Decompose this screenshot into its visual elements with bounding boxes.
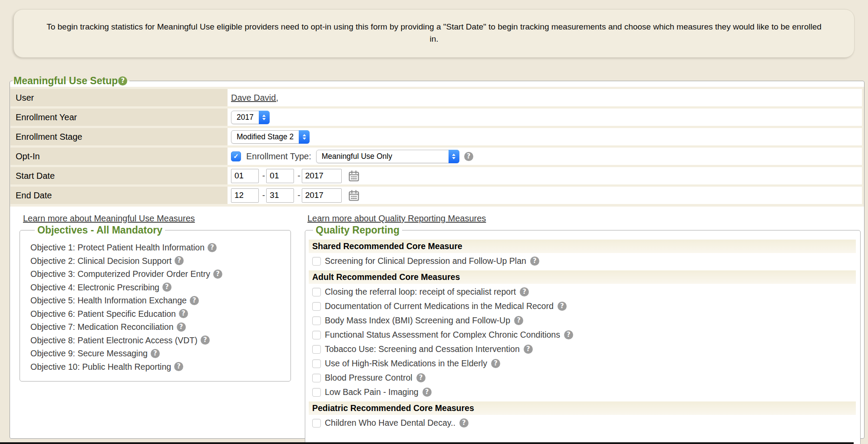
- end-date-day-input[interactable]: [266, 188, 294, 203]
- objective-item: Objective 5: Health Information Exchange…: [30, 294, 286, 307]
- objective-label: Objective 4: Electronic Prescribing: [30, 281, 159, 294]
- setup-table: User Dave David, Enrollment Year 2017 En…: [10, 87, 864, 207]
- measure-label: Children Who Have Dental Decay..: [325, 418, 455, 428]
- help-icon[interactable]: ?: [464, 152, 473, 161]
- help-icon[interactable]: ?: [213, 270, 222, 279]
- objectives-section: Objectives - All Mandatory Objective 1: …: [20, 224, 291, 382]
- table-row: User Dave David,: [10, 89, 862, 106]
- objective-item: Objective 8: Patient Electronic Access (…: [30, 334, 286, 347]
- start-date-day-input[interactable]: [266, 169, 294, 183]
- measure-item: Use of High-Risk Medications in the Elde…: [309, 356, 856, 371]
- opt-in-label: Opt-In: [10, 148, 228, 165]
- table-row: Opt-In ✓ Enrollment Type: Meaningful Use…: [10, 148, 862, 165]
- objective-item: Objective 4: Electronic Prescribing ?: [30, 281, 286, 294]
- measure-label: Blood Pressure Control: [325, 373, 413, 383]
- measure-checkbox[interactable]: [312, 331, 321, 339]
- objective-item: Objective 2: Clinical Decision Support ?: [30, 254, 286, 268]
- help-icon[interactable]: ?: [201, 335, 210, 345]
- objective-label: Objective 6: Patient Specific Education: [30, 307, 176, 321]
- measure-checkbox[interactable]: [312, 302, 321, 311]
- measure-item: Blood Pressure Control ?: [309, 371, 856, 385]
- measure-label: Functional Status Assessment for Complex…: [325, 330, 560, 340]
- enrollment-stage-label: Enrollment Stage: [10, 128, 228, 145]
- help-icon[interactable]: ?: [416, 373, 426, 382]
- select-stepper-icon: [449, 150, 459, 163]
- end-date-label: End Date: [10, 187, 228, 204]
- measure-item: Functional Status Assessment for Complex…: [309, 328, 856, 342]
- start-date-label: Start Date: [10, 167, 228, 184]
- help-icon[interactable]: ?: [190, 296, 199, 305]
- help-icon[interactable]: ?: [177, 322, 186, 332]
- calendar-icon[interactable]: [348, 170, 360, 182]
- screen-bottom-edge: [0, 442, 854, 444]
- help-icon[interactable]: ?: [208, 243, 217, 252]
- measure-item: Low Back Pain - Imaging ?: [309, 385, 856, 399]
- measure-label: Documentation of Current Medications in …: [325, 301, 554, 311]
- learn-more-mu-link[interactable]: Learn more about Meaningful Use Measures: [23, 214, 195, 223]
- learn-more-links: Learn more about Meaningful Use Measures…: [23, 214, 864, 224]
- help-icon[interactable]: ?: [564, 330, 573, 339]
- end-date-year-input[interactable]: [302, 188, 342, 203]
- measure-checkbox[interactable]: [312, 345, 321, 354]
- help-icon[interactable]: ?: [530, 257, 539, 266]
- user-link[interactable]: Dave David,: [231, 93, 278, 102]
- objective-label: Objective 9: Secure Messaging: [30, 347, 148, 360]
- section-title: Meaningful Use Setup ?: [13, 75, 129, 87]
- measure-item: Screening for Clinical Depression and Fo…: [309, 254, 856, 268]
- measure-checkbox[interactable]: [312, 288, 321, 296]
- objective-item: Objective 3: Computerized Provider Order…: [30, 267, 286, 281]
- enrollment-year-select[interactable]: 2017: [231, 111, 270, 124]
- learn-more-qr-link[interactable]: Learn more about Quality Reporting Measu…: [307, 214, 486, 223]
- help-icon[interactable]: ?: [520, 287, 529, 296]
- table-row: Enrollment Year 2017: [10, 109, 862, 126]
- measure-label: Low Back Pain - Imaging: [325, 387, 419, 397]
- start-date-month-input[interactable]: [231, 169, 259, 183]
- calendar-icon[interactable]: [348, 189, 360, 201]
- help-icon[interactable]: ?: [422, 388, 432, 397]
- objective-label: Objective 8: Patient Electronic Access (…: [30, 334, 198, 347]
- measure-checkbox[interactable]: [312, 374, 321, 382]
- help-icon[interactable]: ?: [118, 76, 127, 86]
- objective-label: Objective 2: Clinical Decision Support: [30, 254, 172, 268]
- measure-checkbox[interactable]: [312, 257, 321, 266]
- help-icon[interactable]: ?: [179, 309, 188, 318]
- measure-section-heading: Pediatric Recommended Core Measures: [309, 401, 856, 415]
- measure-checkbox[interactable]: [312, 316, 321, 325]
- end-date-month-input[interactable]: [231, 188, 259, 203]
- measure-checkbox[interactable]: [312, 388, 321, 397]
- quality-reporting-title: Quality Reporting: [313, 224, 402, 236]
- measure-item: Body Mass Index (BMI) Screening and Foll…: [309, 313, 856, 328]
- help-icon[interactable]: ?: [162, 283, 172, 292]
- help-icon[interactable]: ?: [558, 302, 567, 311]
- start-date-year-input[interactable]: [302, 169, 342, 183]
- instruction-text: To begin tracking statistics for Meaning…: [44, 21, 824, 45]
- help-icon[interactable]: ?: [175, 256, 184, 265]
- objective-item: Objective 6: Patient Specific Education …: [30, 307, 286, 321]
- user-label: User: [10, 89, 228, 106]
- help-icon[interactable]: ?: [151, 349, 160, 358]
- table-row: Enrollment Stage Modified Stage 2: [10, 128, 862, 145]
- measure-label: Body Mass Index (BMI) Screening and Foll…: [325, 316, 510, 326]
- measure-checkbox[interactable]: [312, 419, 321, 428]
- measure-label: Tobacco Use: Screening and Cessation Int…: [325, 344, 520, 354]
- instruction-banner: To begin tracking statistics for Meaning…: [13, 9, 855, 58]
- opt-in-checkbox[interactable]: ✓: [231, 151, 241, 161]
- measure-checkbox[interactable]: [312, 359, 321, 368]
- objective-item: Objective 7: Medication Reconciliation ?: [30, 320, 286, 334]
- help-icon[interactable]: ?: [491, 359, 500, 368]
- enrollment-type-select[interactable]: Meaningful Use Only: [316, 150, 459, 163]
- enrollment-year-label: Enrollment Year: [10, 109, 228, 126]
- objective-item: Objective 9: Secure Messaging ?: [30, 347, 286, 360]
- measure-label: Use of High-Risk Medications in the Elde…: [325, 358, 487, 368]
- help-icon[interactable]: ?: [524, 345, 533, 354]
- table-row: Start Date - -: [10, 167, 862, 184]
- measure-section-heading: Adult Recommended Core Measures: [309, 270, 856, 284]
- help-icon[interactable]: ?: [459, 418, 469, 428]
- objective-label: Objective 3: Computerized Provider Order…: [30, 267, 210, 281]
- objective-label: Objective 5: Health Information Exchange: [30, 294, 187, 307]
- checkmark-icon: ✓: [233, 152, 239, 160]
- enrollment-stage-select[interactable]: Modified Stage 2: [231, 130, 310, 144]
- help-icon[interactable]: ?: [174, 362, 183, 371]
- help-icon[interactable]: ?: [514, 316, 523, 325]
- measure-section-heading: Shared Recommended Core Measure: [309, 240, 856, 253]
